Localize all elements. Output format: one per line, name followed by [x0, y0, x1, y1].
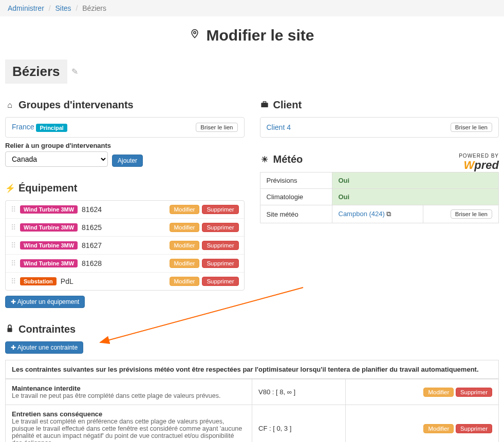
lock-icon	[5, 324, 14, 335]
site-name: Béziers	[5, 60, 67, 84]
constraint-range: V80 : [ 8, ∞ ]	[252, 379, 346, 405]
equipment-delete-button[interactable]: Supprimer	[202, 259, 238, 268]
constraint-delete-button[interactable]: Supprimer	[456, 388, 492, 397]
drag-handle-icon[interactable]: ⠿	[11, 241, 16, 249]
meteo-site-label: Site météo	[260, 205, 332, 223]
group-item: France Principal Briser le lien	[5, 117, 245, 138]
equipment-row: ⠿Wind Turbine 3MW81624ModifierSupprimer	[6, 201, 244, 219]
edit-icon[interactable]: ✎	[71, 67, 78, 76]
equipment-modify-button[interactable]: Modifier	[170, 259, 200, 268]
equipment-delete-button[interactable]: Supprimer	[202, 223, 238, 232]
equipment-delete-button[interactable]: Supprimer	[202, 241, 238, 250]
drag-handle-icon[interactable]: ⠿	[11, 223, 16, 232]
breadcrumb-sites[interactable]: Sites	[55, 4, 71, 12]
meteo-climate-label: Climatologie	[260, 189, 332, 205]
meteo-section: ☀ Météo POWERED BY Wpred Prévisions Oui …	[260, 153, 499, 223]
constraint-name: Entretien sans conséquence	[12, 410, 246, 418]
constraints-section: Contraintes ✚ Ajouter une contrainte Les…	[0, 323, 504, 442]
group-link[interactable]: France	[12, 123, 34, 131]
meteo-site-link[interactable]: Campbon (424)	[339, 210, 385, 218]
client-section: Client Client 4 Briser le lien	[260, 99, 499, 138]
breadcrumb: Administrer / Sites / Béziers	[0, 0, 504, 16]
client-item: Client 4 Briser le lien	[260, 117, 499, 138]
constraint-row: Maintenance interditeLe travail ne peut …	[6, 379, 499, 405]
equipment-type-badge: Wind Turbine 3MW	[20, 223, 78, 232]
breadcrumb-sep: /	[49, 4, 51, 12]
constraint-delete-button[interactable]: Supprimer	[456, 424, 492, 433]
constraint-modify-button[interactable]: Modifier	[423, 388, 454, 397]
drag-handle-icon[interactable]: ⠿	[11, 259, 16, 267]
group-badge: Principal	[36, 124, 67, 132]
constraint-desc: Le travail est complété en préférence da…	[12, 418, 246, 442]
add-equipment-button[interactable]: ✚ Ajouter un équipement	[5, 296, 85, 308]
meteo-forecast-label: Prévisions	[260, 172, 332, 189]
powered-by: POWERED BY Wpred	[459, 153, 499, 172]
drag-handle-icon[interactable]: ⠿	[11, 277, 16, 285]
sun-icon: ☀	[260, 155, 269, 164]
equipment-delete-button[interactable]: Supprimer	[202, 277, 238, 286]
equipment-row: ⠿SubstationPdLModifierSupprimer	[6, 273, 244, 290]
meteo-unlink-button[interactable]: Briser le lien	[451, 209, 492, 219]
page-title: Modifier le site	[0, 27, 504, 44]
equipment-code: 81627	[82, 241, 102, 249]
map-pin-icon	[190, 28, 200, 43]
group-add-button[interactable]: Ajouter	[112, 155, 143, 167]
client-unlink-button[interactable]: Briser le lien	[451, 123, 492, 132]
plus-icon: ✚	[11, 344, 17, 351]
groups-title: Groupes d'intervenants	[18, 99, 134, 111]
equipment-type-badge: Substation	[20, 277, 57, 285]
groups-section: ⌂ Groupes d'intervenants France Principa…	[5, 99, 245, 167]
meteo-forecast-value: Oui	[332, 172, 499, 189]
add-constraint-button[interactable]: ✚ Ajouter une contrainte	[5, 341, 83, 354]
client-link[interactable]: Client 4	[267, 123, 291, 131]
equipment-modify-button[interactable]: Modifier	[170, 223, 200, 232]
equipment-type-badge: Wind Turbine 3MW	[20, 259, 78, 267]
equipment-row: ⠿Wind Turbine 3MW81627ModifierSupprimer	[6, 237, 244, 255]
equipment-modify-button[interactable]: Modifier	[170, 241, 200, 250]
equipment-row: ⠿Wind Turbine 3MW81625ModifierSupprimer	[6, 219, 244, 237]
constraint-desc: Le travail ne peut pas être complété dan…	[12, 392, 246, 399]
equipment-row: ⠿Wind Turbine 3MW81628ModifierSupprimer	[6, 255, 244, 273]
page-title-text: Modifier le site	[206, 27, 314, 44]
constraints-description: Les contraintes suivantes sur les prévis…	[5, 360, 499, 379]
svg-rect-5	[7, 328, 12, 332]
breadcrumb-current: Béziers	[82, 4, 106, 12]
plus-icon: ✚	[11, 298, 17, 305]
svg-point-0	[194, 31, 196, 33]
bolt-icon: ⚡	[5, 183, 14, 193]
constraint-row: Entretien sans conséquenceLe travail est…	[6, 405, 499, 443]
equipment-title: Équipement	[18, 182, 77, 194]
group-select[interactable]: Canada	[5, 151, 108, 167]
group-link-label: Relier à un groupe d'intervenants	[5, 142, 245, 149]
meteo-title: Météo	[273, 153, 303, 165]
svg-rect-1	[261, 103, 268, 107]
constraint-modify-button[interactable]: Modifier	[423, 424, 454, 433]
equipment-code: PdL	[61, 277, 73, 285]
equipment-modify-button[interactable]: Modifier	[170, 277, 200, 286]
breadcrumb-admin[interactable]: Administrer	[8, 4, 44, 12]
equipment-type-badge: Wind Turbine 3MW	[20, 205, 78, 214]
external-link-icon: ⧉	[386, 210, 391, 218]
equipment-type-badge: Wind Turbine 3MW	[20, 241, 78, 249]
group-unlink-button[interactable]: Briser le lien	[196, 123, 237, 132]
constraint-name: Maintenance interdite	[12, 385, 246, 392]
drag-handle-icon[interactable]: ⠿	[11, 205, 16, 214]
meteo-climate-value: Oui	[332, 189, 499, 205]
home-icon: ⌂	[5, 101, 14, 110]
equipment-code: 81624	[82, 205, 102, 214]
breadcrumb-sep: /	[76, 4, 78, 12]
equipment-code: 81628	[82, 259, 102, 267]
briefcase-icon	[260, 101, 269, 110]
constraint-range: CF : [ 0, 3 ]	[252, 405, 346, 443]
equipment-section: ⚡ Équipement ⠿Wind Turbine 3MW81624Modif…	[5, 182, 245, 308]
equipment-delete-button[interactable]: Supprimer	[202, 205, 238, 214]
equipment-modify-button[interactable]: Modifier	[170, 205, 200, 214]
client-title: Client	[273, 99, 302, 111]
svg-rect-2	[263, 101, 266, 103]
equipment-code: 81625	[82, 223, 102, 232]
constraints-title: Contraintes	[18, 323, 76, 335]
